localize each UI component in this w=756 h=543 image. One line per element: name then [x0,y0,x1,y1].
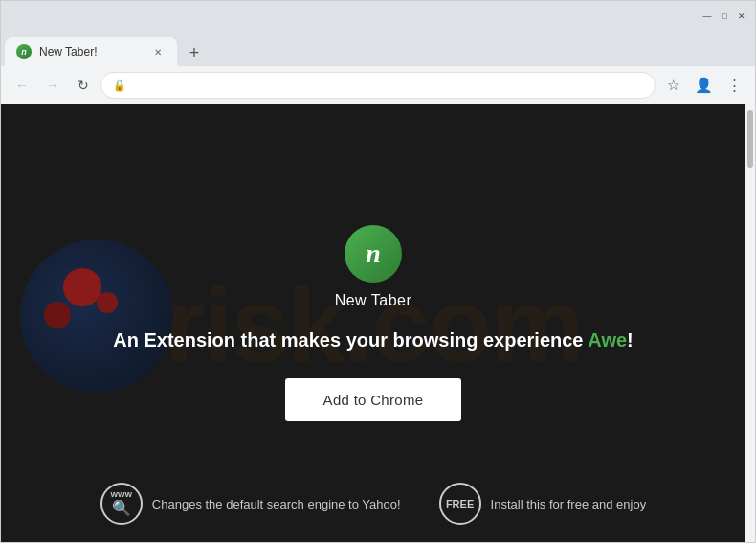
page: risk.com n New Taber An Extension that m… [1,104,745,542]
minimize-button[interactable]: — [701,11,713,22]
scrollbar-thumb[interactable] [747,110,753,168]
new-tab-button[interactable]: + [181,39,208,66]
page-content: risk.com n New Taber An Extension that m… [1,104,745,542]
forward-button[interactable]: → [39,72,66,99]
feature-free-item: FREE Install this for free and enjoy [439,483,647,525]
tagline-text: An Extension that makes your browsing ex… [113,329,588,351]
scrollbar[interactable] [745,104,755,542]
feature-free-text: Install this for free and enjoy [491,497,647,511]
lock-icon: 🔒 [113,79,126,92]
browser-window: — □ ✕ n New Taber! ✕ + ← → ↻ 🔒 ☆ 👤 ⋮ [0,0,756,543]
close-button[interactable]: ✕ [736,11,747,22]
menu-button[interactable]: ⋮ [721,72,747,99]
tab-bar: n New Taber! ✕ + [1,32,755,66]
free-badge-icon: FREE [439,483,481,525]
tagline-awe: Awe [588,329,627,351]
window-controls: — □ ✕ [701,11,747,22]
refresh-button[interactable]: ↻ [70,72,97,99]
active-tab[interactable]: n New Taber! ✕ [5,37,177,66]
tagline: An Extension that makes your browsing ex… [113,327,634,353]
toolbar-icons: ☆ 👤 ⋮ [659,72,747,99]
tab-favicon: n [16,44,32,59]
bookmark-button[interactable]: ☆ [659,72,686,99]
features-footer: WWW 🔍 Changes the default search engine … [1,483,745,525]
maximize-button[interactable]: □ [719,11,730,22]
browser-content-area: risk.com n New Taber An Extension that m… [1,104,755,542]
app-name: New Taber [335,292,412,309]
dot1 [63,268,101,306]
omnibar: ← → ↻ 🔒 ☆ 👤 ⋮ [1,66,755,104]
add-to-chrome-button[interactable]: Add to Chrome [285,378,462,421]
tab-close-button[interactable]: ✕ [150,44,166,59]
feature-search-item: WWW 🔍 Changes the default search engine … [100,483,401,525]
address-bar[interactable]: 🔒 [100,72,656,99]
app-icon: n [345,225,402,283]
www-search-icon: WWW 🔍 [100,483,143,525]
back-button[interactable]: ← [9,72,35,99]
tagline-exclaim: ! [627,329,634,351]
main-content: n New Taber An Extension that makes your… [113,225,634,421]
feature-search-text: Changes the default search engine to Yah… [152,497,401,511]
account-button[interactable]: 👤 [690,72,717,99]
dot2 [44,302,71,328]
tab-label: New Taber! [39,45,143,58]
title-bar: — □ ✕ [1,1,755,32]
